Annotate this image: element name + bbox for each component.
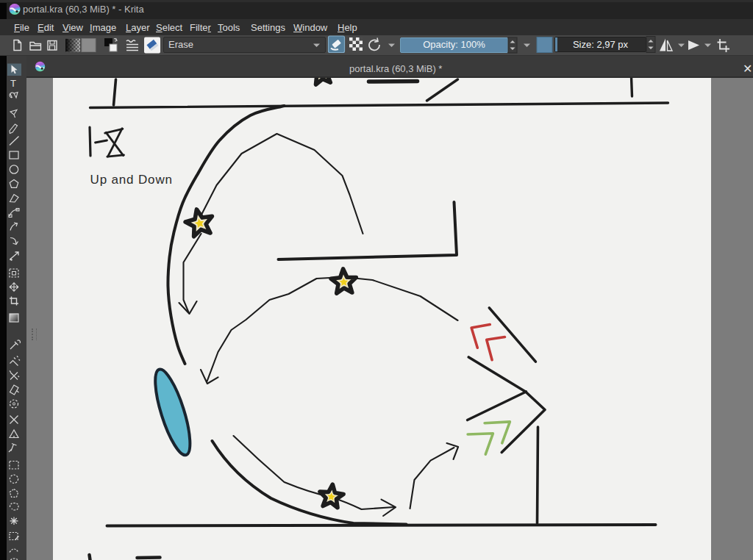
svg-text:Up and Down: Up and Down bbox=[90, 173, 172, 187]
svg-text:T: T bbox=[10, 78, 16, 89]
